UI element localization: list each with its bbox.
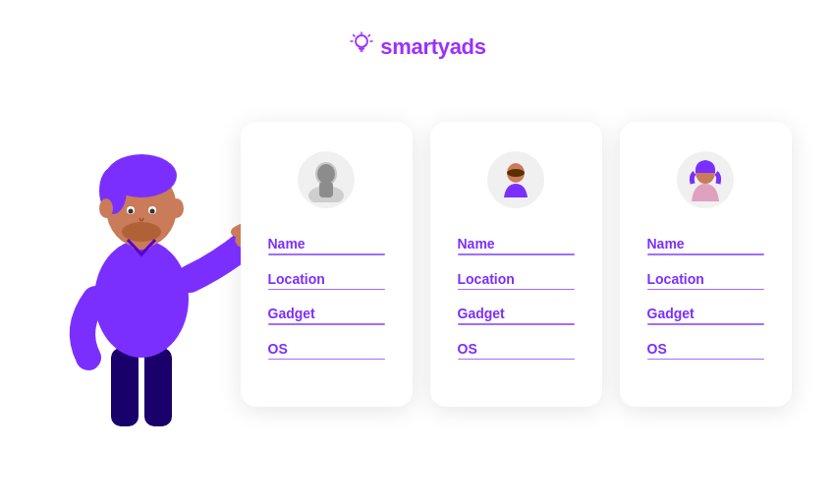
logo-text: smartyads xyxy=(380,34,485,60)
card-2-os-line xyxy=(458,359,575,361)
card-2-name-label: Name xyxy=(458,236,495,252)
svg-point-24 xyxy=(317,164,335,184)
card-1-os-line xyxy=(268,359,385,361)
svg-rect-9 xyxy=(144,348,172,426)
card-1-gadget-line xyxy=(268,323,385,325)
avatar-1 xyxy=(298,151,355,208)
cards-area: Name Location Gadget OS Name Location xyxy=(241,122,792,407)
svg-line-2 xyxy=(368,35,369,36)
card-1-location-line xyxy=(268,289,385,291)
svg-point-19 xyxy=(128,209,133,214)
card-2-location-label: Location xyxy=(458,271,515,287)
card-1-name-label: Name xyxy=(268,236,306,252)
card-1-name-line xyxy=(268,253,385,255)
card-3-name-line xyxy=(647,253,764,255)
svg-point-0 xyxy=(356,35,367,47)
avatar-3 xyxy=(677,151,734,208)
svg-point-10 xyxy=(94,240,189,358)
card-1-gadget-label: Gadget xyxy=(268,306,315,321)
header: smartyads xyxy=(0,0,835,83)
svg-line-3 xyxy=(354,35,355,36)
card-3-location-label: Location xyxy=(647,271,704,287)
person-illustration xyxy=(44,83,241,446)
profile-card-2: Name Location Gadget OS xyxy=(430,122,602,407)
svg-point-28 xyxy=(507,169,525,177)
svg-rect-8 xyxy=(111,348,139,426)
profile-card-1: Name Location Gadget OS xyxy=(241,122,413,407)
profile-card-3: Name Location Gadget OS xyxy=(620,122,792,407)
card-2-name-line xyxy=(458,253,575,255)
card-2-gadget-line xyxy=(458,323,575,325)
svg-point-16 xyxy=(122,222,161,242)
main-content: Name Location Gadget OS Name Location xyxy=(0,83,835,446)
card-2-os-label: OS xyxy=(458,341,477,357)
svg-point-20 xyxy=(149,209,154,214)
card-3-gadget-label: Gadget xyxy=(647,306,695,321)
card-3-name-label: Name xyxy=(647,236,685,252)
card-1-os-label: OS xyxy=(268,341,288,357)
card-2-location-line xyxy=(458,289,575,291)
logo-icon xyxy=(349,31,374,63)
svg-rect-26 xyxy=(319,182,333,197)
svg-point-22 xyxy=(170,198,184,218)
card-3-location-line xyxy=(647,289,764,291)
avatar-2 xyxy=(487,151,544,208)
card-2-gadget-label: Gadget xyxy=(458,306,505,321)
svg-point-21 xyxy=(99,198,113,218)
card-3-gadget-line xyxy=(647,323,764,325)
card-1-location-label: Location xyxy=(268,271,325,287)
card-3-os-line xyxy=(647,359,764,361)
card-3-os-label: OS xyxy=(647,341,667,357)
